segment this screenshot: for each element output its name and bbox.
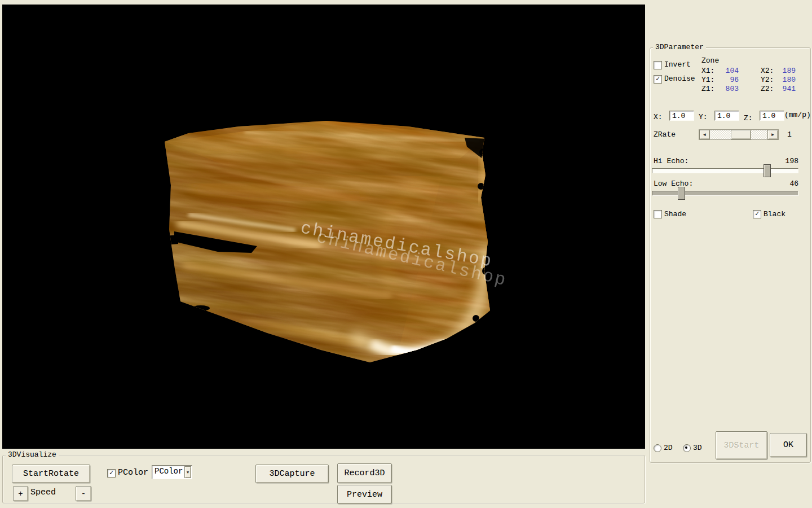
invert-label: Invert: [664, 61, 691, 69]
hi-echo-slider-thumb[interactable]: [764, 164, 771, 177]
scale-unit-label: (mm/p): [784, 111, 811, 119]
low-echo-label: Low Echo:: [654, 180, 693, 188]
zone-y1-label: Y1:: [701, 76, 714, 84]
dropdown-arrow-icon: ▼: [187, 470, 189, 475]
zone-z1-label: Z1:: [701, 85, 714, 93]
x-scale-field[interactable]: [669, 111, 694, 121]
scroll-left-icon: ◄: [703, 133, 706, 137]
pcolor-label: PColor: [118, 468, 148, 478]
zone-z1-value: 803: [715, 85, 739, 93]
z-scale-label: Z:: [744, 115, 753, 122]
ok-button[interactable]: OK: [770, 433, 807, 457]
pcolor-combobox-arrow-button[interactable]: ▼: [184, 466, 191, 478]
capture-3d-button[interactable]: 3DCapture: [255, 465, 329, 483]
hi-echo-label: Hi Echo:: [654, 157, 689, 165]
hi-echo-value: 198: [771, 157, 798, 165]
visualize-groupbox: 3DVisualize StartRotate ✓ PColor PColor …: [2, 455, 645, 503]
zone-title: Zone: [701, 57, 719, 65]
black-checkbox[interactable]: ✓: [753, 210, 761, 218]
invert-checkbox[interactable]: [654, 61, 662, 69]
zone-y1-value: 96: [715, 76, 739, 84]
record-3d-button[interactable]: Record3D: [337, 463, 392, 483]
z-scale-field[interactable]: [760, 111, 784, 121]
zone-y2-value: 180: [774, 76, 796, 84]
speed-plus-button[interactable]: +: [13, 486, 28, 501]
shade-checkbox[interactable]: [654, 210, 662, 218]
denoise-checkbox[interactable]: ✓: [654, 75, 662, 84]
zone-x1-label: X1:: [701, 67, 714, 75]
check-icon: ✓: [109, 470, 113, 476]
zrate-scroll-left-button[interactable]: ◄: [699, 130, 710, 139]
low-echo-value: 46: [771, 180, 798, 188]
mode-2d-label: 2D: [664, 444, 673, 452]
speed-label: Speed: [30, 488, 56, 498]
zone-x1-value: 104: [715, 67, 739, 75]
hi-echo-slider[interactable]: [652, 168, 798, 173]
start-rotate-button[interactable]: StartRotate: [12, 465, 90, 483]
speed-minus-button[interactable]: -: [76, 486, 91, 501]
mode-3d-label: 3D: [693, 444, 702, 452]
parameter-groupbox: 3DParameter Invert ✓ Denoise Zone X1: 10…: [650, 47, 811, 463]
zone-z2-label: Z2:: [761, 85, 774, 93]
application-window: { "viewport": { "watermark": "chinamedic…: [0, 0, 812, 508]
zone-x2-value: 189: [774, 67, 796, 75]
preview-button[interactable]: Preview: [337, 485, 392, 504]
check-icon: ✓: [656, 76, 660, 82]
visualize-groupbox-title: 3DVisualize: [6, 451, 59, 459]
zrate-scroll-thumb[interactable]: [731, 130, 751, 139]
pcolor-combobox[interactable]: PColor ▼: [152, 465, 192, 479]
x-scale-label: X:: [654, 113, 663, 121]
parameter-groupbox-title: 3DParameter: [653, 43, 706, 51]
zrate-label: ZRate: [654, 131, 676, 139]
scroll-right-icon: ►: [771, 133, 774, 137]
zone-z2-value: 941: [774, 85, 796, 93]
black-label: Black: [764, 211, 785, 218]
low-echo-slider[interactable]: [652, 191, 798, 196]
low-echo-slider-thumb[interactable]: [678, 187, 685, 200]
denoise-label: Denoise: [664, 75, 695, 83]
render-viewport[interactable]: chinamedicalshop chinamedicalshop: [2, 5, 645, 449]
shade-label: Shade: [664, 211, 686, 218]
y-scale-label: Y:: [699, 113, 708, 121]
zone-y2-label: Y2:: [761, 76, 774, 84]
volume-render: chinamedicalshop chinamedicalshop: [2, 5, 645, 449]
pcolor-combobox-value: PColor: [152, 466, 184, 479]
y-scale-field[interactable]: [714, 111, 739, 121]
zrate-scrollbar[interactable]: ◄ ►: [699, 129, 779, 140]
zrate-value: 1: [787, 131, 792, 139]
mode-2d-radio[interactable]: [654, 444, 661, 452]
check-icon: ✓: [755, 211, 759, 217]
pcolor-checkbox[interactable]: ✓: [107, 469, 116, 478]
zone-x2-label: X2:: [761, 67, 774, 75]
zrate-scroll-right-button[interactable]: ►: [767, 130, 778, 139]
mode-3d-radio[interactable]: [683, 444, 691, 452]
start-3d-button[interactable]: 3DStart: [716, 431, 767, 459]
